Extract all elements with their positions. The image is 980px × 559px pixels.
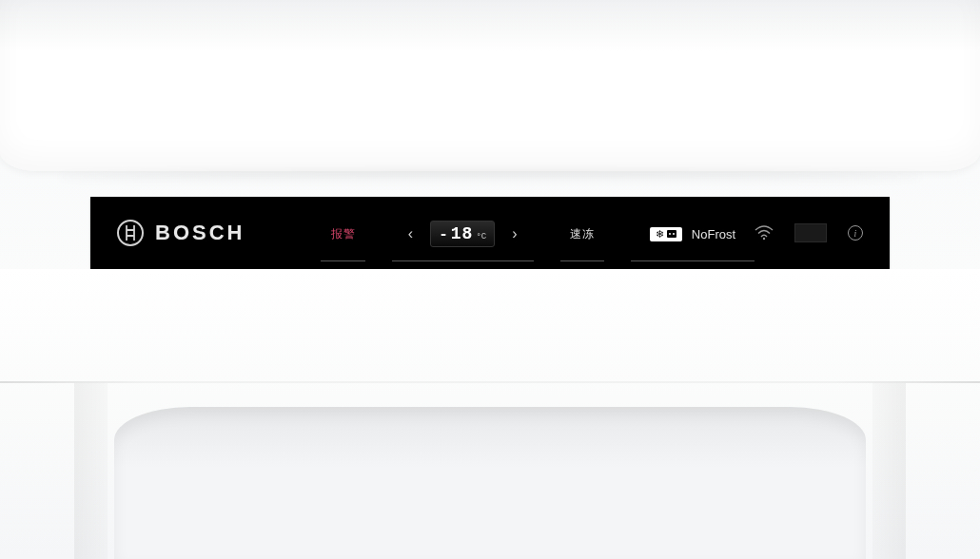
- svg-point-2: [673, 233, 675, 235]
- brand-text: BOSCH: [155, 221, 245, 245]
- status-indicator: [794, 223, 827, 242]
- temperature-display: - 18 °C: [430, 221, 495, 247]
- section-underline: [321, 260, 364, 261]
- temp-unit: °C: [476, 232, 486, 241]
- snowflake-icon: ❄: [656, 228, 664, 241]
- temp-decrease-button[interactable]: ‹: [401, 222, 421, 246]
- alarm-label: 报警: [331, 226, 356, 242]
- wifi-icon[interactable]: [755, 225, 774, 241]
- appliance-lower-body: [0, 269, 980, 559]
- temp-increase-button[interactable]: ›: [504, 222, 524, 246]
- seam-line: [0, 381, 980, 383]
- control-panel: BOSCH 报警 ‹ - 18 °C › 速冻 ❄: [90, 197, 890, 269]
- drawer-handle-recess[interactable]: [114, 407, 866, 559]
- svg-point-3: [763, 238, 765, 240]
- nofrost-indicator: ❄ NoFrost: [631, 204, 755, 261]
- section-underline: [392, 260, 534, 261]
- appliance-upper-lid: [0, 0, 980, 171]
- temperature-control: ‹ - 18 °C ›: [392, 204, 534, 261]
- alarm-button[interactable]: 报警: [321, 204, 364, 261]
- info-button[interactable]: i: [848, 225, 863, 241]
- superfreeze-button[interactable]: 速冻: [560, 204, 604, 261]
- superfreeze-label: 速冻: [570, 226, 595, 242]
- snowflake-badge: ❄: [650, 227, 682, 241]
- section-underline: [560, 260, 604, 261]
- nofrost-label: NoFrost: [692, 227, 735, 241]
- brand-logo: BOSCH: [117, 220, 245, 246]
- bosch-armature-icon: [117, 220, 144, 246]
- temp-value: 18: [451, 224, 474, 243]
- svg-rect-0: [667, 230, 676, 238]
- svg-point-1: [669, 233, 671, 235]
- right-rail: [872, 383, 906, 559]
- temp-sign: -: [439, 226, 448, 243]
- right-icon-group: i: [755, 223, 863, 242]
- left-rail: [74, 383, 108, 559]
- section-underline: [631, 260, 755, 261]
